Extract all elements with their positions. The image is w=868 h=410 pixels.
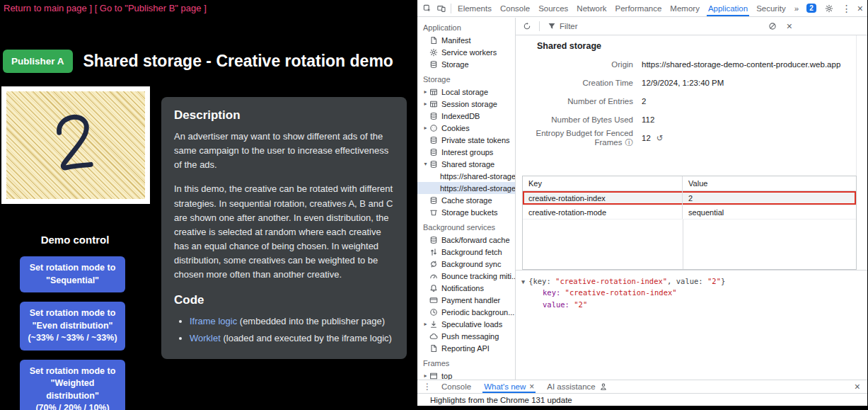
panel-content: Shared storage Originhttps://shared-stor… <box>516 35 867 380</box>
sidebar-item-label: Periodic backgroun... <box>441 308 514 317</box>
more-tabs-button[interactable]: » <box>790 0 803 16</box>
sidebar-item-https-shared-storage[interactable]: https://shared-storage... <box>417 170 515 182</box>
sidebar-item-local-storage[interactable]: ▸Local storage <box>417 86 515 98</box>
sidebar-item-bounce-tracking-miti[interactable]: Bounce tracking miti... <box>417 270 515 282</box>
info-icon[interactable]: ⓘ <box>625 138 634 147</box>
toolbar-close-icon[interactable]: × <box>787 21 792 32</box>
sidebar-item-https-shared-storage[interactable]: https://shared-storage... <box>417 182 515 194</box>
inspect-element-icon[interactable] <box>420 4 434 13</box>
sidebar-item-private-state-tokens[interactable]: Private state tokens <box>417 134 515 146</box>
devtools-tab-sources[interactable]: Sources <box>534 0 572 16</box>
sidebar-item-storage-buckets[interactable]: Storage buckets <box>417 206 515 218</box>
sidebar-item-background-sync[interactable]: Background sync <box>417 258 515 270</box>
sidebar-item-payment-handler[interactable]: Payment handler <box>417 294 515 306</box>
filter-input[interactable]: Filter <box>548 22 578 30</box>
devtools-tab-memory[interactable]: Memory <box>666 0 704 16</box>
publisher-b-link[interactable]: Go to "Publisher B" page <box>100 3 202 13</box>
sidebar-item-service-workers[interactable]: Service workers <box>417 46 515 58</box>
sidebar-item-interest-groups[interactable]: Interest groups <box>417 146 515 158</box>
sidebar-item-storage[interactable]: Storage <box>417 58 515 70</box>
expander-closed-icon[interactable]: ▸ <box>422 372 429 379</box>
rotation-sequential-button[interactable]: Set rotation mode to "Sequential" <box>20 256 125 292</box>
return-main-link[interactable]: Return to main page <box>4 3 87 13</box>
toolbar-right-controls: × <box>768 21 792 32</box>
rotation-weighted-distribution-button[interactable]: Set rotation mode to "Weighted distribut… <box>20 360 125 410</box>
table-header: KeyValue <box>523 176 856 191</box>
doc-icon <box>429 344 438 353</box>
device-toolbar-icon[interactable] <box>434 4 449 13</box>
issues-count-badge[interactable]: 2 <box>806 4 816 13</box>
drawer-tab-console[interactable]: Console <box>435 380 478 393</box>
column-header-value[interactable]: Value <box>683 176 856 190</box>
devtools-tab-application[interactable]: Application <box>704 0 752 16</box>
close-tab-icon[interactable]: × <box>529 382 534 392</box>
sidebar-item-label: Background sync <box>441 260 501 268</box>
table-empty-area <box>523 220 856 269</box>
devtools-tab-security[interactable]: Security <box>752 0 790 16</box>
expander-open-icon[interactable]: ▾ <box>422 161 429 167</box>
sidebar-item-push-messaging[interactable]: Push messaging <box>417 330 515 342</box>
panel-toolbar: Filter × <box>516 18 867 35</box>
worklet-link[interactable]: Worklet <box>190 333 221 343</box>
devtools-close-icon[interactable]: × <box>857 3 863 14</box>
drawer-menu-icon[interactable]: ⋮ <box>423 382 432 392</box>
sidebar-item-label: IndexedDB <box>441 112 480 120</box>
sidebar-item-label: Notifications <box>441 284 484 292</box>
iframe-logic-link[interactable]: Iframe logic <box>190 316 237 326</box>
reset-budget-icon[interactable]: ↺ <box>656 134 664 142</box>
drawer-close-icon[interactable]: × <box>855 381 863 392</box>
sidebar-item-cache-storage[interactable]: Cache storage <box>417 194 515 206</box>
sidebar-item-speculative-loads[interactable]: ▸Speculative loads <box>417 318 515 330</box>
metadata-label: Origin <box>516 60 642 69</box>
sidebar-item-cookies[interactable]: ▸Cookies <box>417 122 515 134</box>
expander-closed-icon[interactable]: ▸ <box>422 101 429 107</box>
sidebar-item-manifest[interactable]: Manifest <box>417 34 515 46</box>
whats-new-highlight[interactable]: Highlights from the Chrome 131 update <box>430 396 572 404</box>
drawer-tabs: ConsoleWhat's new×AI assistance <box>435 380 614 393</box>
db-icon <box>429 160 438 169</box>
table-row-creative-rotation-mode[interactable]: creative-rotation-modesequential <box>523 205 856 220</box>
page-header: Publisher A Shared storage - Creative ro… <box>3 50 393 73</box>
column-header-key[interactable]: Key <box>523 176 683 190</box>
devtools-tab-console[interactable]: Console <box>496 0 534 16</box>
sidebar-item-label: Push messaging <box>441 332 499 341</box>
devtools-tab-performance[interactable]: Performance <box>611 0 666 16</box>
drawer-tab-ai-assistance[interactable]: AI assistance <box>540 380 613 393</box>
sidebar-item-shared-storage[interactable]: ▾Shared storage <box>417 158 515 170</box>
devtools-menu-icon[interactable]: ⋮ <box>842 3 852 14</box>
devtools-tab-elements[interactable]: Elements <box>453 0 496 16</box>
sidebar-item-label: Interest groups <box>441 148 493 156</box>
preview-expander-icon[interactable]: ▼ <box>521 278 525 285</box>
sidebar-item-session-storage[interactable]: ▸Session storage <box>417 98 515 110</box>
expander-closed-icon[interactable]: ▸ <box>422 89 429 95</box>
devtools-tab-network[interactable]: Network <box>572 0 611 16</box>
filter-label: Filter <box>560 22 578 30</box>
metadata-row-creation-time: Creation Time12/9/2024, 1:23:40 PM <box>516 74 867 92</box>
demo-control-heading: Demo control <box>0 234 150 246</box>
rotation-even-distribution-button[interactable]: Set rotation mode to "Even distribution"… <box>20 302 125 351</box>
sidebar-item-notifications[interactable]: Notifications <box>417 282 515 294</box>
expander-closed-icon[interactable]: ▸ <box>422 125 429 131</box>
metadata-report: Originhttps://shared-storage-demo-conten… <box>516 55 867 147</box>
clear-block-icon[interactable] <box>768 22 777 30</box>
settings-gear-icon[interactable] <box>822 4 836 13</box>
sidebar-item-reporting-api[interactable]: Reporting API <box>417 342 515 354</box>
sidebar-item-label: https://shared-storage... <box>440 172 515 181</box>
sidebar-item-background-fetch[interactable]: Background fetch <box>417 246 515 258</box>
description-card: Description An advertiser may want to sh… <box>161 97 407 359</box>
metadata-label: Number of Entries <box>516 97 642 106</box>
sidebar-item-back-forward-cache[interactable]: Back/forward cache <box>417 234 515 246</box>
demo-control-buttons: Set rotation mode to "Sequential"Set rot… <box>20 256 125 410</box>
table-row-creative-rotation-index[interactable]: creative-rotation-index2 <box>523 191 856 205</box>
refresh-icon[interactable] <box>523 22 531 30</box>
screenshot-root: Return to main page ] [ Go to "Publisher… <box>0 0 868 410</box>
db-icon <box>429 60 438 69</box>
sidebar-item-indexeddb[interactable]: IndexedDB <box>417 110 515 122</box>
sidebar-item-periodic-backgroun[interactable]: Periodic backgroun... <box>417 306 515 318</box>
sidebar-item-label: Storage buckets <box>441 208 498 217</box>
expander-closed-icon[interactable]: ▸ <box>422 321 429 327</box>
panel-title: Shared storage <box>516 35 867 54</box>
sidebar-item-top[interactable]: ▸top <box>417 370 515 380</box>
preview-root-line: ▼{key: "creative-rotation-index", value:… <box>521 275 862 287</box>
drawer-tab-what-s-new[interactable]: What's new× <box>478 380 540 393</box>
